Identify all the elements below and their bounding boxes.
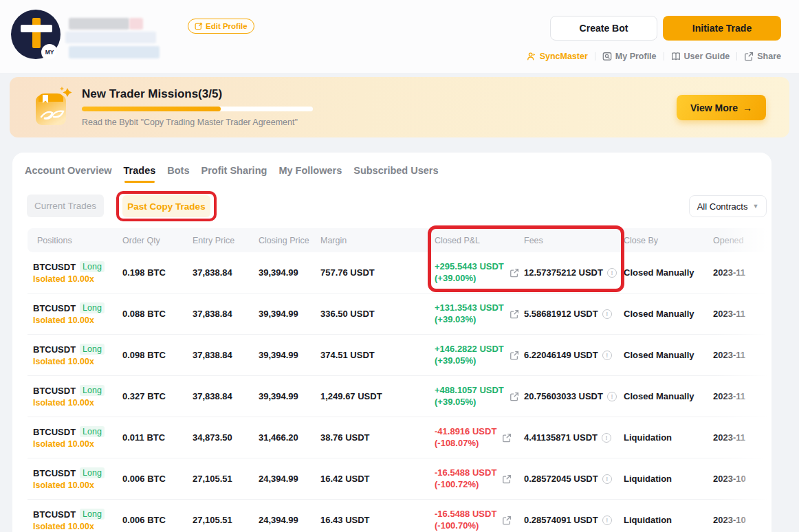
margin-cell: 16.42 USDT [320, 474, 435, 484]
margin-cell: 38.76 USDT [320, 432, 435, 443]
chevron-down-icon: ▼ [752, 203, 758, 210]
symbol: BTCUSDT [33, 344, 76, 355]
missions-progress-fill [82, 107, 221, 111]
info-icon[interactable]: ! [602, 433, 611, 443]
info-icon[interactable]: ! [602, 309, 612, 319]
fees-value: 0.28572045 USDT [524, 474, 598, 484]
sync-master-icon [527, 52, 536, 61]
tab-subscribed-users[interactable]: Subscribed Users [353, 165, 438, 183]
close-by-cell: Closed Manually [624, 391, 713, 401]
close-by-cell: Closed Manually [624, 350, 713, 360]
margin-cell: 757.76 USDT [320, 267, 435, 278]
external-link-icon[interactable] [502, 474, 512, 484]
entry-price-cell: 27,105.51 [193, 515, 259, 525]
column-header: Opened [713, 236, 771, 245]
order-qty-cell: 0.011 BTC [122, 432, 193, 443]
edit-profile-button[interactable]: Edit Profile [188, 19, 254, 34]
positions-cell: BTCUSDT Long Isolated 10.00x [28, 426, 122, 449]
table-row: BTCUSDT Long Isolated 10.00x 0.006 BTC 2… [28, 500, 771, 532]
info-icon[interactable]: ! [602, 516, 612, 525]
external-link-icon[interactable] [502, 433, 512, 443]
pnl-amount: +295.5443 USDT [435, 261, 504, 272]
positions-cell: BTCUSDT Long Isolated 10.00x [28, 344, 122, 366]
closing-price-cell: 39,394.99 [259, 309, 320, 319]
closing-price-cell: 39,394.99 [259, 350, 320, 360]
closing-price-cell: 39,394.99 [259, 391, 320, 401]
column-header: Closed P&L [435, 236, 524, 245]
side-badge: Long [80, 344, 105, 355]
external-link-icon[interactable] [510, 351, 519, 360]
pnl-cell: +131.3543 USDT (+39.03%) [435, 302, 524, 325]
avatar-logo-bar [21, 25, 52, 32]
fees-value: 5.58681912 USDT [524, 309, 598, 319]
blurred-profile-line-1 [65, 32, 156, 43]
create-bot-button[interactable]: Create Bot [550, 16, 657, 41]
table-row: BTCUSDT Long Isolated 10.00x 0.327 BTC 3… [28, 376, 771, 417]
opened-cell: 2023-11 [713, 267, 771, 278]
close-by-cell: Liquidation [624, 515, 713, 525]
close-by-cell: Liquidation [624, 432, 713, 443]
missions-title: New Trader Missions(3/5) [82, 87, 222, 101]
table-row: BTCUSDT Long Isolated 10.00x 0.011 BTC 3… [28, 417, 771, 458]
table-header-row: PositionsOrder QtyEntry PriceClosing Pri… [28, 228, 771, 252]
fees-value: 6.22046149 USDT [524, 350, 598, 360]
my-profile-icon [602, 52, 612, 61]
quick-links-row: SyncMaster My Profile User Guide [0, 49, 781, 63]
pnl-amount: +488.1057 USDT [435, 385, 504, 396]
initiate-trade-button[interactable]: Initiate Trade [663, 16, 781, 41]
info-icon[interactable]: ! [607, 268, 617, 278]
fees-value: 20.75603033 USDT [524, 391, 603, 401]
info-icon[interactable]: ! [602, 474, 612, 484]
positions-cell: BTCUSDT Long Isolated 10.00x [28, 302, 122, 325]
fees-cell: 20.75603033 USDT ! [524, 391, 624, 401]
tab-my-followers[interactable]: My Followers [278, 165, 342, 183]
divider [664, 52, 664, 60]
external-link-icon[interactable] [510, 268, 519, 278]
order-qty-cell: 0.198 BTC [122, 267, 193, 278]
margin-mode: Isolated 10.00x [33, 274, 122, 284]
tab-trades[interactable]: Trades [124, 165, 156, 183]
order-qty-cell: 0.006 BTC [122, 474, 193, 484]
fees-cell: 4.41135871 USDT ! [524, 432, 624, 443]
side-badge: Long [80, 385, 105, 396]
external-link-icon[interactable] [510, 309, 519, 319]
margin-cell: 16.43 USDT [320, 515, 435, 525]
view-more-button[interactable]: View More → [677, 95, 766, 120]
margin-mode: Isolated 10.00x [33, 315, 122, 325]
external-link-icon[interactable] [510, 392, 519, 401]
info-icon[interactable]: ! [602, 351, 612, 360]
order-qty-cell: 0.327 BTC [122, 391, 193, 401]
tab-account-overview[interactable]: Account Overview [25, 165, 112, 183]
symbol: BTCUSDT [33, 468, 76, 478]
close-by-cell: Liquidation [624, 474, 713, 484]
divider [595, 52, 595, 60]
symbol: BTCUSDT [33, 262, 76, 272]
entry-price-cell: 37,838.84 [193, 391, 259, 401]
sync-master-link[interactable]: SyncMaster [527, 52, 588, 61]
opened-cell: 2023-10 [713, 474, 771, 484]
contracts-dropdown[interactable]: All Contracts ▼ [689, 195, 767, 217]
info-icon[interactable]: ! [607, 392, 617, 401]
user-guide-link[interactable]: User Guide [671, 52, 730, 61]
subtab-past-copy-trades[interactable]: Past Copy Trades [122, 195, 210, 217]
margin-mode: Isolated 10.00x [33, 398, 122, 408]
trades-table: PositionsOrder QtyEntry PriceClosing Pri… [28, 228, 771, 532]
column-header: Fees [524, 236, 624, 245]
external-link-icon[interactable] [502, 516, 512, 525]
subtab-current-trades[interactable]: Current Trades [27, 195, 104, 217]
tab-bots[interactable]: Bots [167, 165, 189, 183]
fees-cell: 5.58681912 USDT ! [524, 309, 624, 319]
opened-cell: 2023-11 [713, 432, 771, 443]
missions-subtitle: Read the Bybit "Copy Trading Master Trad… [82, 118, 298, 127]
opened-cell: 2023-10 [713, 515, 771, 525]
contracts-dropdown-value: All Contracts [697, 201, 748, 212]
my-profile-link[interactable]: My Profile [602, 52, 657, 61]
pnl-cell: -41.8916 USDT (-108.07%) [435, 426, 524, 449]
tab-profit-sharing[interactable]: Profit Sharing [201, 165, 267, 183]
entry-price-cell: 37,838.84 [193, 309, 259, 319]
share-link[interactable]: Share [744, 52, 781, 61]
pnl-amount: +131.3543 USDT [435, 302, 504, 313]
pnl-percent: (+39.05%) [435, 397, 504, 408]
positions-cell: BTCUSDT Long Isolated 10.00x [28, 509, 122, 531]
missions-book-icon [32, 85, 73, 129]
